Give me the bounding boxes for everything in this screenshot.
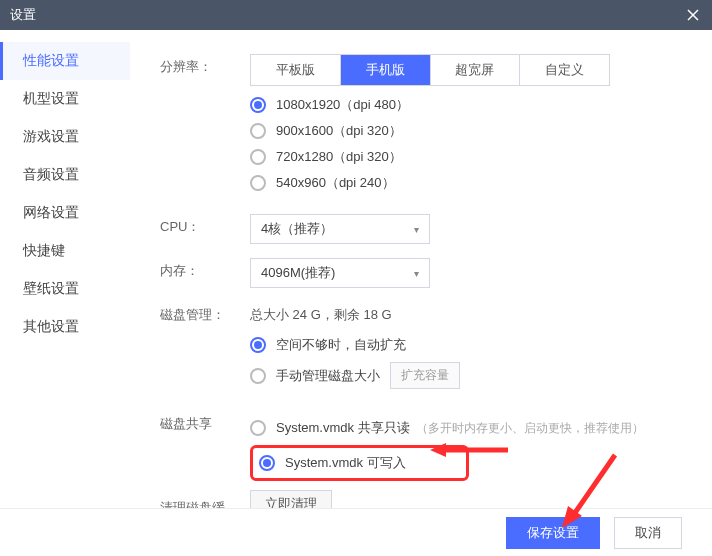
disk-share-option-1[interactable]: System.vmdk 可写入 xyxy=(259,454,406,472)
expand-capacity-button[interactable]: 扩充容量 xyxy=(390,362,460,389)
cancel-button[interactable]: 取消 xyxy=(614,517,682,549)
res-option-2[interactable]: 720x1280（dpi 320） xyxy=(250,148,692,166)
chevron-down-icon: ▾ xyxy=(414,268,419,279)
sidebar-item-shortcut[interactable]: 快捷键 xyxy=(0,232,130,270)
radio-icon xyxy=(250,149,266,165)
tab-tablet[interactable]: 平板版 xyxy=(251,55,341,85)
sidebar-item-other[interactable]: 其他设置 xyxy=(0,308,130,346)
memory-select[interactable]: 4096M(推荐) ▾ xyxy=(250,258,430,288)
sidebar-item-device[interactable]: 机型设置 xyxy=(0,80,130,118)
close-icon[interactable] xyxy=(684,6,702,24)
label-clean-cache: 清理磁盘缓存： xyxy=(160,495,250,508)
save-button[interactable]: 保存设置 xyxy=(506,517,600,549)
sidebar: 性能设置 机型设置 游戏设置 音频设置 网络设置 快捷键 壁纸设置 其他设置 xyxy=(0,30,130,508)
radio-icon xyxy=(250,175,266,191)
sidebar-item-network[interactable]: 网络设置 xyxy=(0,194,130,232)
chevron-down-icon: ▾ xyxy=(414,224,419,235)
res-option-3[interactable]: 540x960（dpi 240） xyxy=(250,174,692,192)
label-memory: 内存： xyxy=(160,258,250,280)
highlight-box: System.vmdk 可写入 xyxy=(250,445,469,481)
tab-custom[interactable]: 自定义 xyxy=(520,55,609,85)
footer: 保存设置 取消 xyxy=(0,508,712,556)
disk-mgmt-option-1[interactable]: 手动管理磁盘大小 扩充容量 xyxy=(250,362,692,389)
window-title: 设置 xyxy=(10,6,36,24)
sidebar-item-performance[interactable]: 性能设置 xyxy=(0,42,130,80)
titlebar: 设置 xyxy=(0,0,712,30)
sidebar-item-audio[interactable]: 音频设置 xyxy=(0,156,130,194)
sidebar-item-game[interactable]: 游戏设置 xyxy=(0,118,130,156)
radio-icon xyxy=(259,455,275,471)
res-option-0[interactable]: 1080x1920（dpi 480） xyxy=(250,96,692,114)
label-cpu: CPU： xyxy=(160,214,250,236)
radio-icon xyxy=(250,337,266,353)
disk-share-hint: （多开时内存更小、启动更快，推荐使用） xyxy=(416,420,644,437)
res-option-1[interactable]: 900x1600（dpi 320） xyxy=(250,122,692,140)
radio-icon xyxy=(250,123,266,139)
tab-phone[interactable]: 手机版 xyxy=(341,55,431,85)
label-disk-share: 磁盘共享 xyxy=(160,411,250,433)
disk-mgmt-option-0[interactable]: 空间不够时，自动扩充 xyxy=(250,336,692,354)
sidebar-item-wallpaper[interactable]: 壁纸设置 xyxy=(0,270,130,308)
radio-icon xyxy=(250,420,266,436)
tab-ultrawide[interactable]: 超宽屏 xyxy=(431,55,521,85)
disk-summary: 总大小 24 G，剩余 18 G xyxy=(250,302,692,328)
cpu-select[interactable]: 4核（推荐） ▾ xyxy=(250,214,430,244)
content-panel: 分辨率： 平板版 手机版 超宽屏 自定义 1080x1920（dpi 480） … xyxy=(130,30,712,508)
radio-icon xyxy=(250,368,266,384)
label-disk-mgmt: 磁盘管理： xyxy=(160,302,250,324)
clean-cache-button[interactable]: 立即清理 xyxy=(250,490,332,508)
label-resolution: 分辨率： xyxy=(160,54,250,76)
resolution-tabs: 平板版 手机版 超宽屏 自定义 xyxy=(250,54,610,86)
disk-share-option-0[interactable]: System.vmdk 共享只读 （多开时内存更小、启动更快，推荐使用） xyxy=(250,419,692,437)
radio-icon xyxy=(250,97,266,113)
